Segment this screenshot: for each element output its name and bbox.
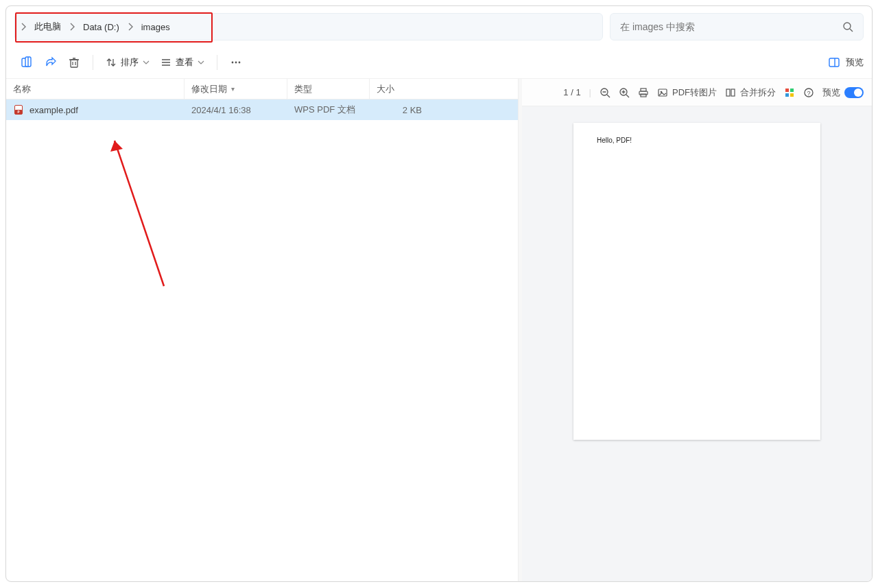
pdf-to-image-button[interactable]: PDF转图片 bbox=[657, 86, 717, 99]
main-area: 名称 修改日期▾ 类型 大小 P example.pdf 2024/4/1 16… bbox=[6, 79, 872, 581]
col-type-label: 类型 bbox=[294, 83, 312, 95]
sort-dropdown[interactable]: 排序 bbox=[100, 52, 155, 73]
breadcrumb-drive-d[interactable]: Data (D:) bbox=[83, 22, 119, 32]
pdf-page: Hello, PDF! bbox=[573, 123, 820, 440]
svg-rect-36 bbox=[790, 89, 794, 92]
pdf-file-icon: P bbox=[13, 104, 24, 115]
svg-rect-34 bbox=[731, 89, 735, 96]
svg-marker-20 bbox=[110, 141, 123, 152]
preview-switch[interactable]: 预览 bbox=[822, 86, 864, 99]
zoom-out-button[interactable] bbox=[600, 87, 610, 98]
chevron-down-icon bbox=[143, 59, 150, 66]
svg-point-0 bbox=[844, 23, 851, 30]
topbar: 此电脑 Data (D:) images bbox=[6, 6, 872, 46]
cell-name: P example.pdf bbox=[6, 104, 185, 115]
preview-switch-label: 预览 bbox=[822, 86, 840, 99]
toggle-icon bbox=[844, 87, 864, 98]
svg-line-19 bbox=[115, 141, 164, 286]
zoom-in-button[interactable] bbox=[619, 87, 630, 98]
breadcrumb-folder-images[interactable]: images bbox=[141, 22, 170, 32]
cell-type: WPS PDF 文档 bbox=[287, 104, 370, 116]
sort-desc-icon: ▾ bbox=[231, 85, 235, 93]
table-row[interactable]: P example.pdf 2024/4/1 16:38 WPS PDF 文档 … bbox=[6, 99, 518, 120]
preview-pane: 1 / 1 | PDF转图片 合并拆分 ? 预览 Hello, PDF! bbox=[522, 79, 872, 581]
svg-rect-35 bbox=[785, 89, 789, 92]
address-bar[interactable]: 此电脑 Data (D:) images bbox=[14, 13, 603, 40]
sort-label: 排序 bbox=[121, 56, 139, 69]
preview-toolbar: 1 / 1 | PDF转图片 合并拆分 ? 预览 bbox=[522, 79, 872, 106]
breadcrumb: 此电脑 Data (D:) images bbox=[21, 21, 170, 33]
svg-rect-33 bbox=[726, 89, 730, 96]
svg-line-1 bbox=[850, 29, 853, 32]
cell-size: 2 KB bbox=[370, 105, 429, 115]
search-box[interactable] bbox=[610, 13, 864, 40]
svg-rect-38 bbox=[790, 93, 794, 97]
preview-canvas[interactable]: Hello, PDF! bbox=[522, 106, 872, 581]
chevron-down-icon bbox=[198, 59, 204, 66]
svg-point-12 bbox=[235, 61, 237, 63]
view-dropdown[interactable]: 查看 bbox=[155, 52, 210, 73]
search-input[interactable] bbox=[620, 21, 842, 32]
col-size[interactable]: 大小 bbox=[370, 79, 429, 99]
svg-point-11 bbox=[232, 61, 234, 63]
share-button[interactable] bbox=[39, 52, 62, 73]
print-button[interactable] bbox=[638, 87, 649, 98]
file-list-pane: 名称 修改日期▾ 类型 大小 P example.pdf 2024/4/1 16… bbox=[6, 79, 518, 581]
merge-split-label: 合并拆分 bbox=[740, 86, 776, 99]
annotation-red-arrow bbox=[95, 128, 178, 293]
col-type[interactable]: 类型 bbox=[287, 79, 370, 99]
pdf-text-content: Hello, PDF! bbox=[597, 137, 797, 144]
chevron-right-icon bbox=[128, 23, 133, 31]
col-name[interactable]: 名称 bbox=[6, 79, 185, 99]
command-toolbar: 排序 查看 预览 bbox=[6, 46, 872, 79]
column-headers: 名称 修改日期▾ 类型 大小 bbox=[6, 79, 518, 99]
breadcrumb-this-pc[interactable]: 此电脑 bbox=[34, 21, 61, 33]
view-label: 查看 bbox=[176, 56, 193, 69]
search-icon[interactable] bbox=[842, 21, 853, 32]
rename-button[interactable] bbox=[14, 51, 39, 73]
pdf-to-image-label: PDF转图片 bbox=[672, 86, 717, 99]
preview-label: 预览 bbox=[846, 56, 864, 69]
merge-split-button[interactable]: 合并拆分 bbox=[725, 86, 776, 99]
col-date-label: 修改日期 bbox=[191, 83, 227, 95]
preview-pane-toggle[interactable]: 预览 bbox=[828, 56, 864, 69]
separator bbox=[93, 55, 93, 70]
separator bbox=[217, 55, 217, 70]
page-counter: 1 / 1 bbox=[563, 87, 580, 97]
cell-date: 2024/4/1 16:38 bbox=[185, 105, 287, 115]
svg-rect-37 bbox=[785, 93, 789, 97]
chevron-right-icon bbox=[69, 23, 75, 31]
svg-rect-14 bbox=[829, 58, 839, 67]
more-button[interactable] bbox=[224, 52, 248, 73]
apps-button[interactable] bbox=[784, 87, 795, 98]
explorer-window: 此电脑 Data (D:) images bbox=[5, 5, 873, 582]
file-name: example.pdf bbox=[29, 105, 78, 115]
svg-rect-28 bbox=[641, 89, 646, 91]
svg-point-13 bbox=[239, 61, 241, 63]
svg-rect-5 bbox=[71, 60, 78, 67]
svg-text:?: ? bbox=[807, 89, 810, 96]
svg-line-23 bbox=[607, 95, 610, 97]
help-button[interactable]: ? bbox=[803, 87, 814, 98]
col-date[interactable]: 修改日期▾ bbox=[185, 79, 287, 99]
col-size-label: 大小 bbox=[377, 83, 394, 95]
svg-text:P: P bbox=[17, 110, 19, 114]
col-name-label: 名称 bbox=[13, 83, 31, 95]
delete-button[interactable] bbox=[62, 52, 86, 73]
svg-line-27 bbox=[626, 95, 629, 97]
chevron-right-icon[interactable] bbox=[21, 23, 26, 31]
